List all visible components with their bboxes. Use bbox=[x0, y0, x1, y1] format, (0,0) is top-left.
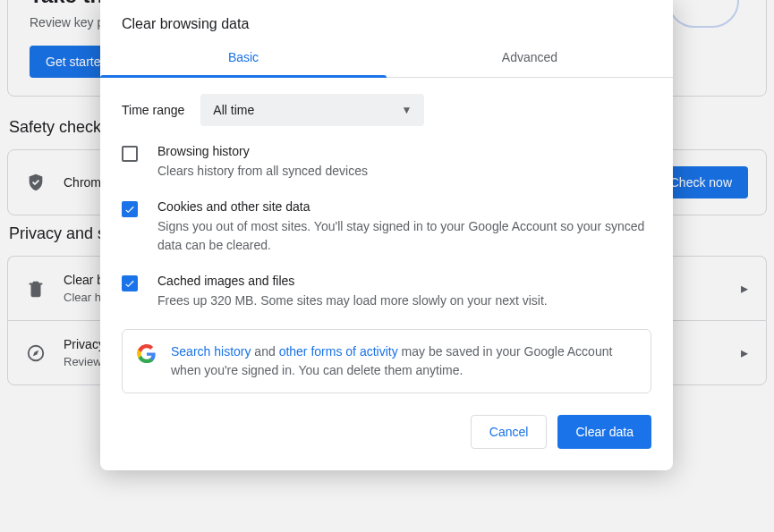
checkbox-history[interactable] bbox=[122, 146, 138, 162]
time-range-label: Time range bbox=[122, 103, 184, 117]
option-title: Cookies and other site data bbox=[157, 199, 651, 214]
option-sub: Clears history from all synced devices bbox=[157, 162, 368, 180]
option-history: Browsing historyClears history from all … bbox=[122, 144, 651, 180]
other-activity-link[interactable]: other forms of activity bbox=[279, 344, 398, 359]
google-account-info: Search history and other forms of activi… bbox=[122, 329, 651, 393]
option-title: Browsing history bbox=[157, 144, 368, 158]
checkbox-cookies[interactable] bbox=[122, 201, 138, 217]
option-cookies: Cookies and other site dataSigns you out… bbox=[122, 199, 651, 254]
search-history-link[interactable]: Search history bbox=[171, 344, 251, 359]
info-text: Search history and other forms of activi… bbox=[171, 342, 636, 380]
dropdown-triangle-icon: ▼ bbox=[401, 104, 412, 116]
tab-advanced[interactable]: Advanced bbox=[387, 38, 673, 77]
google-logo-icon bbox=[137, 344, 157, 364]
dialog-title: Clear browsing data bbox=[100, 0, 673, 38]
clear-browsing-data-dialog: Clear browsing data Basic Advanced Time … bbox=[100, 0, 673, 470]
cancel-button[interactable]: Cancel bbox=[471, 415, 548, 449]
option-cache: Cached images and filesFrees up 320 MB. … bbox=[122, 274, 651, 309]
clear-data-button[interactable]: Clear data bbox=[557, 415, 651, 449]
checkbox-cache[interactable] bbox=[122, 275, 138, 291]
tab-basic[interactable]: Basic bbox=[100, 38, 387, 77]
option-sub: Signs you out of most sites. You'll stay… bbox=[157, 217, 651, 254]
time-range-select[interactable]: All time ▼ bbox=[200, 94, 424, 126]
time-range-value: All time bbox=[213, 103, 254, 117]
option-sub: Frees up 320 MB. Some sites may load mor… bbox=[157, 291, 548, 309]
option-title: Cached images and files bbox=[157, 274, 548, 288]
dialog-tabs: Basic Advanced bbox=[100, 38, 673, 78]
